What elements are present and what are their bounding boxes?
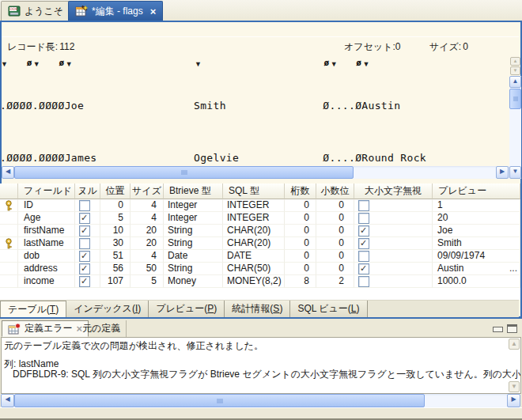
hex-ruler[interactable]: ▼ø▼ø▼▼ø▼ø▼ — [0, 58, 506, 70]
tab-original-definition[interactable]: 元の定義 — [77, 320, 127, 337]
tab-edit-flags[interactable]: *編集 - flags × — [68, 1, 163, 21]
sql-type-cell[interactable]: INTEGER — [223, 199, 285, 212]
decimals-cell[interactable]: 2 — [316, 275, 354, 288]
field-name-cell[interactable]: firstName — [18, 225, 75, 237]
sql-type-cell[interactable]: INTEGER — [223, 212, 285, 225]
preview-cell[interactable]: Austin... — [433, 263, 520, 275]
btrieve-type-cell[interactable]: Date — [164, 250, 223, 263]
tab-table[interactable]: テーブル(T) — [0, 301, 66, 317]
tab-preview[interactable]: プレビュー(P) — [149, 301, 225, 317]
tab-welcome[interactable]: DDF ようこそ — [1, 1, 70, 21]
null-checkbox[interactable] — [79, 200, 90, 211]
maximize-view-icon[interactable] — [507, 324, 517, 333]
column-header-field[interactable]: フィールド — [18, 184, 75, 199]
decimals-cell[interactable]: 0 — [316, 250, 354, 263]
column-header-decimals[interactable]: 小数位 — [316, 184, 354, 199]
position-cell[interactable]: 10 — [100, 225, 130, 237]
size-cell[interactable]: 4 — [130, 212, 164, 225]
preview-cell[interactable]: 1 — [433, 199, 520, 212]
hex-hscroll-left-arrow-icon[interactable]: ◀ — [2, 166, 14, 179]
sql-type-cell[interactable]: MONEY(8,2) — [223, 275, 285, 288]
hex-vscroll-up-arrow-icon[interactable]: ▲ — [509, 76, 521, 88]
sql-type-cell[interactable]: CHAR(20) — [223, 237, 285, 250]
column-header-case-insensitive[interactable]: 大小文字無視 — [354, 184, 433, 199]
key-column-header[interactable] — [0, 184, 18, 199]
btrieve-type-cell[interactable]: Integer — [164, 199, 223, 212]
sql-type-cell[interactable]: DATE — [223, 250, 285, 263]
preview-cell[interactable]: Smith — [433, 237, 520, 250]
btrieve-type-cell[interactable]: String — [164, 225, 223, 237]
digits-cell[interactable]: 8 — [285, 275, 316, 288]
position-cell[interactable]: 0 — [100, 199, 130, 212]
null-checkbox[interactable] — [79, 263, 90, 274]
null-checkbox[interactable] — [79, 213, 90, 224]
decimals-cell[interactable]: 0 — [316, 199, 354, 212]
null-checkbox[interactable] — [79, 225, 90, 236]
column-header-sql-type[interactable]: SQL 型 — [223, 184, 285, 199]
size-cell[interactable]: 20 — [130, 225, 164, 237]
position-cell[interactable]: 56 — [100, 263, 130, 275]
sql-type-cell[interactable]: CHAR(20) — [223, 225, 285, 237]
preview-cell[interactable]: 20 — [433, 212, 520, 225]
table-row[interactable]: lastName 30 20 String CHAR(20) 0 0 Smith — [0, 237, 520, 250]
case-insensitive-checkbox[interactable] — [358, 251, 369, 262]
column-header-position[interactable]: 位置 — [100, 184, 130, 199]
case-insensitive-checkbox[interactable] — [358, 263, 369, 274]
column-header-size[interactable]: サイズ — [130, 184, 164, 199]
ruler-scroll-down-icon[interactable]: ▼ — [510, 66, 520, 75]
tab-close-icon[interactable]: × — [150, 6, 157, 17]
hex-record-1[interactable]: .ØØØØ.ØØØØJoe Smith Ø....ØAustin 0000010… — [0, 76, 507, 112]
column-header-btrieve-type[interactable]: Btrieve 型 — [164, 184, 223, 199]
digits-cell[interactable]: 0 — [285, 250, 316, 263]
decimals-cell[interactable]: 0 — [316, 212, 354, 225]
null-checkbox[interactable] — [79, 238, 90, 249]
hex-hscroll-thumb[interactable] — [14, 166, 354, 179]
position-cell[interactable]: 107 — [100, 275, 130, 288]
btrieve-type-cell[interactable]: Money — [164, 275, 223, 288]
error-vscroll-up-arrow-icon[interactable]: ▲ — [509, 339, 520, 350]
error-hscroll-left-arrow-icon[interactable]: ◀ — [1, 394, 14, 407]
table-row[interactable]: income 107 5 Money MONEY(8,2) 8 2 1000.0 — [0, 275, 520, 288]
decimals-cell[interactable]: 0 — [316, 237, 354, 250]
decimals-cell[interactable]: 0 — [316, 263, 354, 275]
minimize-view-icon[interactable] — [493, 327, 503, 332]
table-row[interactable]: dob 51 4 Date DATE 0 0 09/09/1974 — [0, 250, 520, 263]
tab-definition-errors[interactable]: 定義エラー × — [2, 320, 89, 337]
field-name-cell[interactable]: lastName — [18, 237, 75, 250]
digits-cell[interactable]: 0 — [285, 225, 316, 237]
column-header-null[interactable]: ヌル — [75, 184, 100, 199]
position-cell[interactable]: 30 — [100, 237, 130, 250]
size-cell[interactable]: 50 — [130, 263, 164, 275]
digits-cell[interactable]: 0 — [285, 237, 316, 250]
hex-vscroll-down-arrow-icon[interactable]: ▼ — [509, 166, 521, 179]
tab-sql-view[interactable]: SQL ビュー(L) — [290, 301, 367, 317]
hex-vscroll-thumb[interactable] — [509, 89, 521, 109]
table-row[interactable]: address 56 50 String CHAR(50) 0 0 Austin… — [0, 263, 520, 275]
case-insensitive-checkbox[interactable] — [358, 213, 369, 224]
decimals-cell[interactable]: 0 — [316, 225, 354, 237]
null-checkbox[interactable] — [79, 251, 90, 262]
case-insensitive-checkbox[interactable] — [358, 276, 369, 287]
digits-cell[interactable]: 0 — [285, 263, 316, 275]
null-checkbox[interactable] — [79, 276, 90, 287]
tab-indexes[interactable]: インデックス(I) — [66, 301, 149, 317]
preview-cell[interactable]: 09/09/1974 — [433, 250, 520, 263]
error-hscroll-right-arrow-icon[interactable]: ▶ — [507, 394, 520, 407]
btrieve-type-cell[interactable]: String — [164, 263, 223, 275]
preview-cell[interactable]: 1000.0 — [433, 275, 520, 288]
hex-hscroll-right-arrow-icon[interactable]: ▶ — [496, 166, 509, 179]
table-row[interactable]: firstName 10 20 String CHAR(20) 0 0 Joe — [0, 225, 520, 237]
field-name-cell[interactable]: address — [18, 263, 75, 275]
field-name-cell[interactable]: income — [18, 275, 75, 288]
case-insensitive-checkbox[interactable] — [358, 225, 369, 236]
preview-cell[interactable]: Joe — [433, 225, 520, 237]
position-cell[interactable]: 5 — [100, 212, 130, 225]
position-cell[interactable]: 51 — [100, 250, 130, 263]
digits-cell[interactable]: 0 — [285, 212, 316, 225]
error-hscrollbar[interactable]: ◀ ▶ — [0, 394, 522, 407]
ruler-scroll-up-icon[interactable]: ▲ — [510, 57, 520, 66]
column-header-digits[interactable]: 桁数 — [285, 184, 316, 199]
table-row[interactable]: Age 5 4 Integer INTEGER 0 0 20 — [0, 212, 520, 225]
field-name-cell[interactable]: Age — [18, 212, 75, 225]
btrieve-type-cell[interactable]: Integer — [164, 212, 223, 225]
